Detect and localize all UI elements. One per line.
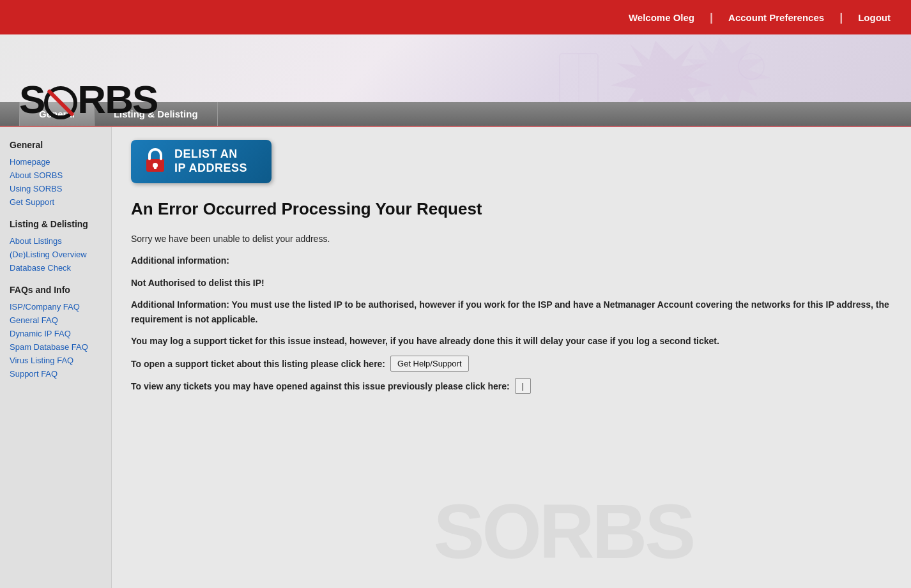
logo-o-slash [47,89,75,117]
header: S RBS General Listing & Delisting [0,34,911,127]
sidebar-link-database-check[interactable]: Database Check [10,261,102,275]
main-container: GeneralHomepageAbout SORBSUsing SORBSGet… [0,127,911,588]
sidebar-link-about-listings[interactable]: About Listings [10,234,102,248]
sidebar-link-get-support[interactable]: Get Support [10,195,102,209]
logout-link[interactable]: Logout [850,12,898,23]
content-area: SORBS DELIST AN IP ADDRESS An Error Occu… [112,127,911,588]
logo-area: S RBS [0,67,176,126]
sidebar-section-title: Listing & Delisting [10,219,102,229]
sidebar-link-homepage[interactable]: Homepage [10,155,102,169]
view-tickets-prefix: To view any tickets you may have opened … [131,379,510,393]
open-ticket-line: To open a support ticket about this list… [131,356,892,372]
sidebar-link-using-sorbs[interactable]: Using SORBS [10,182,102,195]
sorry-text: Sorry we have been unable to delist your… [131,232,892,246]
divider-2: | [832,11,850,24]
lock-icon [144,147,167,176]
sidebar-link--de-listing-overview[interactable]: (De)Listing Overview [10,248,102,261]
svg-point-4 [739,54,764,79]
additional-info-body: Additional Information: You must use the… [131,298,892,326]
sidebar-link-support-faq[interactable]: Support FAQ [10,367,102,381]
account-preferences-link[interactable]: Account Preferences [721,12,832,23]
not-authorised-text: Not Authorised to delist this IP! [131,276,892,290]
logo-s: S [19,80,44,119]
error-title: An Error Occurred Processing Your Reques… [131,199,892,219]
logo-rbs: RBS [77,80,157,119]
error-body: Sorry we have been unable to delist your… [131,232,892,394]
delist-banner-text: DELIST AN IP ADDRESS [174,147,247,175]
watermark: SORBS [433,487,693,575]
sidebar-link-dynamic-ip-faq[interactable]: Dynamic IP FAQ [10,327,102,340]
logo: S RBS [19,80,157,119]
delist-banner[interactable]: DELIST AN IP ADDRESS [131,140,272,183]
divider-1: | [702,11,721,24]
svg-marker-1 [679,38,770,110]
svg-rect-7 [154,165,157,169]
sidebar-section-title: General [10,140,102,150]
svg-rect-2 [560,54,598,105]
top-bar: Welcome Oleg | Account Preferences | Log… [0,0,911,34]
error-content: An Error Occurred Processing Your Reques… [131,199,892,394]
get-help-support-button[interactable]: Get Help/Support [390,356,468,372]
sidebar-link-isp-company-faq[interactable]: ISP/Company FAQ [10,300,102,313]
top-bar-content: Welcome Oleg | Account Preferences | Log… [621,11,898,24]
view-tickets-button[interactable]: | [515,378,531,394]
sidebar-link-virus-listing-faq[interactable]: Virus Listing FAQ [10,354,102,367]
sidebar-link-general-faq[interactable]: General FAQ [10,313,102,327]
sidebar-link-spam-database-faq[interactable]: Spam Database FAQ [10,340,102,354]
sidebar-section-title: FAQs and Info [10,285,102,295]
welcome-text: Welcome Oleg [621,12,702,23]
additional-info-label: Additional information: [131,253,892,268]
logo-o [44,80,77,119]
view-tickets-line: To view any tickets you may have opened … [131,378,892,394]
open-ticket-prefix: To open a support ticket about this list… [131,357,385,371]
sidebar-link-about-sorbs[interactable]: About SORBS [10,169,102,182]
sidebar: GeneralHomepageAbout SORBSUsing SORBSGet… [0,127,112,588]
logo-o-circle [44,86,77,119]
log-support-text: You may log a support ticket for this is… [131,334,892,348]
